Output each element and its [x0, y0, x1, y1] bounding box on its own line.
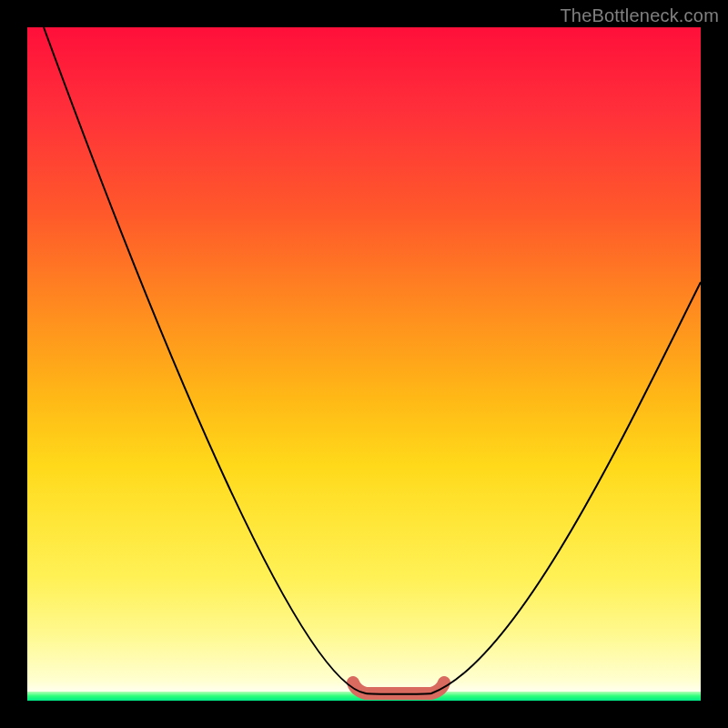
main-curve [44, 27, 701, 694]
plot-area [27, 27, 701, 701]
watermark-text: TheBottleneck.com [560, 5, 719, 26]
green-baseline-strip [27, 692, 701, 701]
chart-frame: TheBottleneck.com [0, 0, 728, 728]
curve-overlay [27, 27, 701, 701]
